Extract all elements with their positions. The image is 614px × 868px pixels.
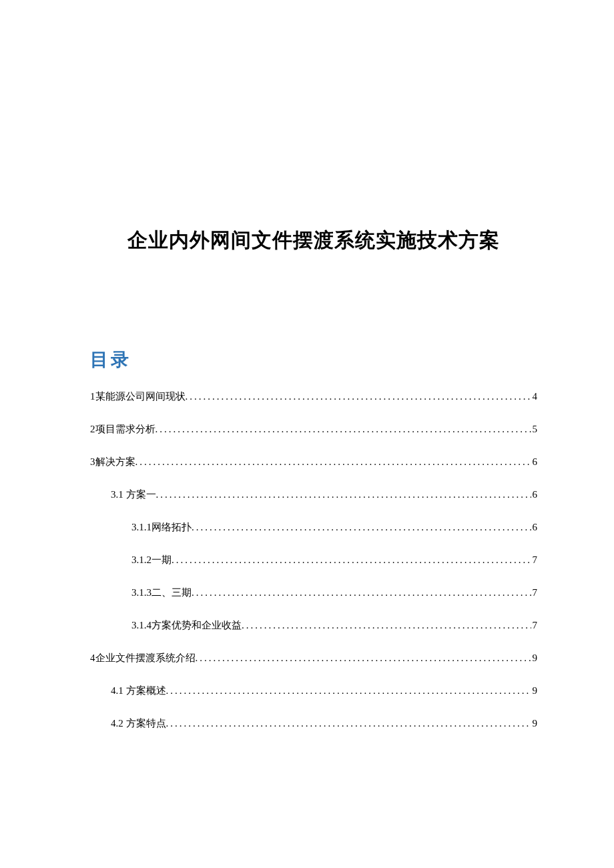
toc-leader-dots: [196, 653, 531, 664]
toc-leader-dots: [242, 620, 531, 631]
toc-leader-dots: [172, 554, 531, 566]
toc-item[interactable]: 3.1.4方案优势和企业收益7: [90, 619, 537, 632]
toc-leader-dots: [192, 587, 531, 598]
toc-item[interactable]: 3.1 方案一6: [90, 488, 537, 501]
toc-item-label: 3.1 方案一: [111, 488, 156, 501]
toc-item-page: 6: [531, 456, 538, 468]
toc-item-page: 5: [531, 424, 538, 435]
toc-leader-dots: [166, 718, 531, 729]
toc-item-label: 4.2 方案特点: [111, 717, 166, 730]
toc-item[interactable]: 3.1.2一期7: [90, 554, 537, 566]
toc-item-label: 3.1.4方案优势和企业收益: [131, 619, 242, 632]
toc-item-label: 3.1.3二、三期: [131, 586, 192, 599]
toc-item-page: 9: [531, 718, 538, 729]
toc-item-label: 4.1 方案概述: [111, 685, 166, 697]
toc-item[interactable]: 4企业文件摆渡系统介绍9: [90, 652, 537, 665]
toc-leader-dots: [156, 489, 531, 500]
toc-item-label: 3解决方案: [90, 456, 135, 468]
toc-item-page: 6: [531, 522, 538, 533]
toc-heading: 目录: [90, 348, 537, 372]
toc-leader-dots: [135, 456, 531, 468]
toc-item-label: 1某能源公司网间现状: [90, 390, 186, 403]
toc-item-label: 2项目需求分析: [90, 423, 156, 436]
toc-item[interactable]: 3解决方案6: [90, 456, 537, 468]
toc-item[interactable]: 1某能源公司网间现状4: [90, 390, 537, 403]
toc-item[interactable]: 2项目需求分析5: [90, 423, 537, 436]
toc-item-label: 3.1.2一期: [131, 554, 172, 566]
toc-item[interactable]: 3.1.1网络拓扑6: [90, 521, 537, 534]
toc-item-label: 3.1.1网络拓扑: [131, 521, 192, 534]
toc-leader-dots: [192, 522, 531, 533]
toc-leader-dots: [166, 685, 531, 697]
toc-item-page: 4: [531, 391, 538, 402]
toc-item-page: 7: [531, 620, 538, 631]
document-title: 企业内外网间文件摆渡系统实施技术方案: [90, 227, 537, 254]
toc-item-page: 9: [531, 653, 538, 664]
toc-item-label: 4企业文件摆渡系统介绍: [90, 652, 196, 665]
toc-item[interactable]: 3.1.3二、三期7: [90, 586, 537, 599]
toc-leader-dots: [186, 391, 531, 402]
toc-item-page: 7: [531, 587, 538, 598]
document-page: 企业内外网间文件摆渡系统实施技术方案 目录 1某能源公司网间现状42项目需求分析…: [0, 0, 614, 730]
toc-item[interactable]: 4.2 方案特点9: [90, 717, 537, 730]
toc-leader-dots: [156, 424, 531, 435]
toc-item-page: 7: [531, 554, 538, 566]
toc-item-page: 9: [531, 685, 538, 697]
toc-list: 1某能源公司网间现状42项目需求分析53解决方案63.1 方案一63.1.1网络…: [90, 390, 537, 730]
toc-item[interactable]: 4.1 方案概述9: [90, 685, 537, 697]
toc-item-page: 6: [531, 489, 538, 500]
